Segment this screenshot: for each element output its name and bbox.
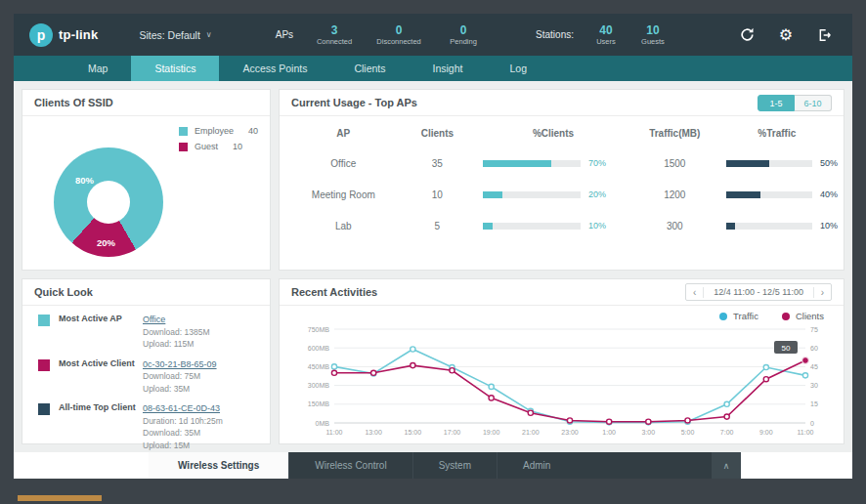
tab-wireless-settings[interactable]: Wireless Settings — [149, 452, 288, 479]
chevron-up-icon: ∧ — [723, 461, 730, 471]
clients-count: 10 — [402, 189, 473, 200]
ssid-panel-title: Clients Of SSID — [34, 97, 113, 108]
guests-count: 10 — [634, 24, 671, 37]
usage-range-toggle: 1-5 6-10 — [758, 95, 832, 111]
bar-fill — [726, 223, 735, 230]
pending-label: Pending — [436, 37, 491, 46]
detail-line: Duration: 1d 10h:25m — [143, 416, 223, 426]
clients-legend-label: Clients — [796, 311, 824, 321]
svg-text:13:00: 13:00 — [365, 429, 382, 436]
most-active-client-swatch — [38, 359, 50, 371]
prev-range-button[interactable]: ‹ — [686, 287, 704, 298]
clients-pct-bar: 20% — [473, 189, 633, 199]
content-area: Clients Of SSID Employee 40 Guest — [14, 81, 852, 452]
ap-name: Lab — [285, 221, 402, 231]
sites-selector[interactable]: Sites: Default ∨ — [139, 29, 211, 41]
refresh-button[interactable] — [735, 23, 758, 47]
svg-text:60: 60 — [810, 345, 818, 352]
next-range-button[interactable]: › — [813, 287, 831, 298]
main-nav: Map Statistics Access Points Clients Ins… — [14, 56, 852, 81]
legend-item-traffic: Traffic — [719, 311, 758, 321]
station-stats-group: Stations: 40 Users 10 Guests — [536, 24, 671, 46]
svg-text:9:00: 9:00 — [759, 429, 773, 436]
disconnected-label: Disconnected — [371, 37, 426, 46]
stat-pending: 0 Pending — [436, 24, 491, 46]
svg-text:30: 30 — [810, 382, 818, 389]
tab-wireless-control[interactable]: Wireless Control — [288, 452, 411, 479]
nav-tab-map[interactable]: Map — [65, 56, 131, 81]
usage-panel-title: Current Usage - Top APs — [291, 97, 417, 108]
traffic-legend-label: Traffic — [733, 311, 758, 321]
settings-button[interactable]: ⚙ — [774, 23, 798, 47]
nav-tab-statistics[interactable]: Statistics — [131, 56, 219, 81]
col-ap: AP — [285, 128, 402, 139]
range-1-5-button[interactable]: 1-5 — [758, 95, 795, 111]
activities-legend: Traffic Clients — [280, 306, 844, 321]
svg-text:0: 0 — [810, 420, 814, 427]
svg-text:45: 45 — [810, 363, 818, 370]
most-active-ap-details: Office Download: 1385M Upload: 115M — [143, 314, 210, 351]
quicklook-panel: Quick Look Most Active AP Office Downloa… — [22, 278, 271, 444]
logo-text: tp-link — [59, 27, 98, 42]
most-active-ap-swatch — [38, 315, 50, 326]
traffic-pct-bar: 10% — [716, 221, 838, 231]
nav-tab-clients[interactable]: Clients — [330, 56, 409, 81]
most-active-ap-link[interactable]: Office — [143, 315, 165, 324]
nav-tab-access-points[interactable]: Access Points — [219, 56, 330, 81]
clients-pct-value: 70% — [588, 158, 606, 168]
svg-text:17:00: 17:00 — [444, 429, 461, 436]
svg-text:21:00: 21:00 — [522, 429, 540, 436]
most-active-client-details: 0c-30-21-B8-65-09 Download: 75M Upload: … — [143, 358, 217, 396]
stat-guests: 10 Guests — [634, 24, 671, 46]
legend-item-employee: Employee 40 — [179, 126, 258, 136]
traffic-pct-bar: 40% — [716, 189, 838, 199]
guest-label: Guest — [195, 142, 218, 151]
donut-label-guest: 20% — [97, 237, 115, 248]
stat-disconnected: 0 Disconnected — [371, 24, 426, 46]
stat-connected: 3 Connected — [307, 24, 362, 46]
detail-line: Download: 35M — [143, 428, 200, 438]
svg-text:7:00: 7:00 — [720, 429, 734, 436]
bottom-tab-strip: Wireless Settings Wireless Control Syste… — [149, 452, 741, 479]
tab-admin[interactable]: Admin — [497, 452, 576, 479]
bar-fill — [726, 160, 769, 167]
traffic-pct-value: 40% — [820, 189, 838, 199]
range-6-10-button[interactable]: 6-10 — [795, 95, 832, 111]
svg-text:11:00: 11:00 — [798, 429, 814, 436]
all-time-top-client-link[interactable]: 08-63-61-CE-0D-43 — [143, 403, 220, 413]
table-row: Meeting Room 10 20% 1200 40% — [285, 179, 838, 210]
traffic-pct-value: 10% — [820, 221, 838, 231]
tab-system[interactable]: System — [412, 452, 497, 479]
svg-text:300MB: 300MB — [308, 382, 330, 389]
guest-value: 10 — [233, 142, 242, 151]
topbar-actions: ⚙ — [735, 23, 837, 47]
employee-label: Employee — [195, 126, 234, 136]
gear-icon: ⚙ — [779, 25, 793, 44]
logout-button[interactable] — [813, 23, 837, 47]
activities-line-chart: 0MB0150MB15300MB30450MB45600MB60750MB751… — [289, 321, 834, 442]
svg-text:5:00: 5:00 — [681, 429, 695, 436]
svg-text:450MB: 450MB — [308, 363, 330, 370]
users-label: Users — [587, 37, 625, 46]
nav-tab-insight[interactable]: Insight — [410, 56, 487, 81]
clients-pct-bar: 10% — [473, 221, 633, 231]
legend-item-clients: Clients — [782, 311, 824, 321]
table-row: Lab 5 10% 300 10% — [285, 210, 838, 241]
activities-panel-title: Recent Activities — [291, 286, 377, 298]
most-active-ap-label: Most Active AP — [59, 314, 143, 351]
most-active-client-link[interactable]: 0c-30-21-B8-65-09 — [143, 359, 217, 369]
nav-tab-log[interactable]: Log — [486, 56, 550, 81]
col-clients-pct: %Clients — [473, 128, 633, 139]
stations-label: Stations: — [536, 29, 574, 40]
guest-swatch — [179, 143, 188, 151]
bar-fill — [726, 191, 760, 198]
svg-text:750MB: 750MB — [308, 326, 330, 333]
collapse-button[interactable]: ∧ — [712, 452, 741, 479]
usage-table-header: AP Clients %Clients Traffic(MB) %Traffic — [285, 118, 838, 147]
usage-panel: Current Usage - Top APs 1-5 6-10 AP Clie… — [279, 89, 844, 271]
chevron-down-icon: ∨ — [206, 30, 212, 39]
col-traffic-pct: %Traffic — [716, 128, 838, 139]
employee-swatch — [179, 127, 188, 136]
all-time-top-client-swatch — [38, 403, 50, 415]
svg-text:0MB: 0MB — [316, 420, 330, 427]
